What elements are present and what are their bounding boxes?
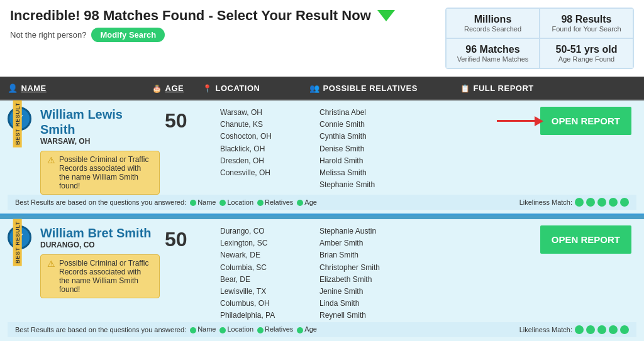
- relative-item: Reynell Smith: [319, 310, 458, 322]
- criteria-item: Location: [219, 325, 253, 333]
- relatives-block: Stephanie AustinAmber SmithBrian SmithCh…: [319, 225, 458, 322]
- location-item: Lexington, SC: [220, 237, 314, 249]
- green-dot-icon: [219, 327, 226, 333]
- relatives-block: Christina AbelConnie SmithCynthia SmithD…: [319, 107, 458, 191]
- best-result-badge: BEST RESULT: [13, 219, 22, 266]
- col-age-header: AGE: [152, 84, 203, 93]
- relative-item: Stephanie Smith: [319, 179, 458, 191]
- relative-item: Stephanie Austin: [319, 225, 458, 237]
- likeliness-dot: [620, 198, 629, 207]
- green-dot-icon: [257, 200, 264, 206]
- location-item: Philadelphia, PA: [220, 310, 314, 322]
- col-name-header: NAME: [8, 84, 152, 93]
- relative-item: Connie Smith: [319, 119, 458, 131]
- location-item: Columbia, SC: [220, 262, 314, 274]
- likeliness-dot: [586, 198, 595, 207]
- stat-cell: 50-51 yrs oldAge Range Found: [540, 38, 633, 68]
- file-icon: [460, 84, 470, 93]
- location-item: Chanute, KS: [220, 119, 314, 131]
- green-dot-icon: [190, 327, 196, 333]
- likeliness-dot: [575, 198, 584, 207]
- likeliness-dot: [575, 325, 584, 334]
- stat-cell: 98 ResultsFound for Your Search: [540, 8, 633, 38]
- person-location-city: DURANGO, CO: [40, 241, 160, 249]
- green-dot-icon: [297, 327, 303, 333]
- red-arrow-icon: [497, 116, 543, 126]
- open-report-button[interactable]: OPEN REPORT: [540, 107, 631, 135]
- relative-item: Christopher Smith: [319, 262, 458, 274]
- location-item: Warsaw, OH: [220, 107, 314, 119]
- result-card: BEST RESULT ✓ William Bret Smith DURANGO…: [0, 219, 644, 341]
- likeliness-dot: [597, 325, 606, 334]
- col-location-label: LOCATION: [216, 84, 260, 93]
- criteria-item: Age: [297, 325, 317, 333]
- footer-criteria-label: Best Results are based on the questions …: [15, 198, 186, 206]
- stat-label: Verified Name Matches: [457, 55, 529, 63]
- criteria-item: Relatives: [257, 198, 293, 206]
- criteria-item: Name: [190, 325, 216, 333]
- stat-cell: MillionsRecords Searched: [446, 8, 540, 38]
- pin-icon: [203, 84, 213, 93]
- warning-icon: ⚠: [47, 259, 55, 269]
- warning-icon: ⚠: [47, 155, 55, 165]
- modify-row: Not the right person? Modify Search: [10, 28, 435, 42]
- likeliness-dot: [609, 198, 618, 207]
- relative-item: Melissa Smith: [319, 167, 458, 179]
- modify-search-button[interactable]: Modify Search: [91, 28, 165, 42]
- location-item: Newark, DE: [220, 249, 314, 261]
- relative-item: Linda Smith: [319, 298, 458, 310]
- criteria-item: Age: [297, 198, 317, 206]
- badge-wrapper: BEST RESULT ✓: [8, 107, 31, 131]
- location-item: Coshocton, OH: [220, 131, 314, 143]
- stat-value: 96 Matches: [457, 44, 529, 55]
- top-section: Incredible! 98 Matches Found - Select Yo…: [0, 0, 644, 77]
- footer-row: Best Results are based on the questions …: [8, 195, 636, 210]
- report-block: OPEN REPORT: [463, 225, 636, 254]
- open-report-button[interactable]: OPEN REPORT: [540, 225, 631, 254]
- likeliness-match: Likeliness Match:: [519, 325, 629, 334]
- modify-text: Not the right person?: [10, 30, 86, 40]
- stat-label: Found for Your Search: [550, 25, 623, 33]
- arrow-head: [535, 116, 543, 126]
- age-block: 50: [165, 225, 215, 251]
- green-dot-icon: [257, 327, 264, 333]
- col-report-header: FULL REPORT: [460, 84, 636, 93]
- footer-row: Best Results are based on the questions …: [8, 322, 636, 337]
- location-item: Bear, DE: [220, 274, 314, 286]
- name-block: William Bret Smith DURANGO, CO ⚠ Possibl…: [40, 225, 160, 298]
- top-left: Incredible! 98 Matches Found - Select Yo…: [10, 8, 435, 42]
- card-inner: BEST RESULT ✓ William Lewis Smith WARSAW…: [8, 107, 636, 195]
- location-block: Durango, COLexington, SCNewark, DEColumb…: [220, 225, 314, 322]
- likeliness-match: Likeliness Match:: [519, 198, 629, 207]
- location-item: Conesville, OH: [220, 167, 314, 179]
- location-item: Columbus, OH: [220, 298, 314, 310]
- relative-item: Christina Abel: [319, 107, 458, 119]
- card-inner: BEST RESULT ✓ William Bret Smith DURANGO…: [8, 225, 636, 322]
- location-item: Blacklick, OH: [220, 143, 314, 155]
- criteria-item: Relatives: [257, 325, 293, 333]
- relative-item: Amber Smith: [319, 237, 458, 249]
- col-report-label: FULL REPORT: [474, 84, 534, 93]
- stat-cell: 96 MatchesVerified Name Matches: [446, 38, 540, 68]
- age-block: 50: [165, 107, 215, 133]
- stat-label: Records Searched: [457, 25, 529, 33]
- footer-criteria: Best Results are based on the questions …: [15, 198, 317, 206]
- stat-value: Millions: [457, 14, 529, 25]
- green-dot-icon: [297, 200, 303, 206]
- people-icon: [309, 84, 320, 93]
- person-name: William Lewis Smith: [40, 107, 160, 137]
- likeliness-dot: [620, 325, 629, 334]
- green-dot-icon: [190, 200, 196, 206]
- warning-text: Possible Criminal or Traffic Records ass…: [59, 155, 153, 190]
- relative-item: Elizabeth Smith: [319, 274, 458, 286]
- stat-value: 50-51 yrs old: [550, 44, 623, 55]
- column-headers: NAME AGE LOCATION POSSIBLE RELATIVES FUL…: [0, 77, 644, 100]
- arrow-line: [497, 120, 535, 122]
- col-location-header: LOCATION: [203, 84, 309, 93]
- footer-criteria: Best Results are based on the questions …: [15, 325, 317, 333]
- relative-item: Denise Smith: [319, 143, 458, 155]
- relative-item: Jenine Smith: [319, 286, 458, 298]
- report-block: OPEN REPORT: [463, 107, 636, 135]
- likeliness-dot: [597, 198, 606, 207]
- name-block: William Lewis Smith WARSAW, OH ⚠ Possibl…: [40, 107, 160, 195]
